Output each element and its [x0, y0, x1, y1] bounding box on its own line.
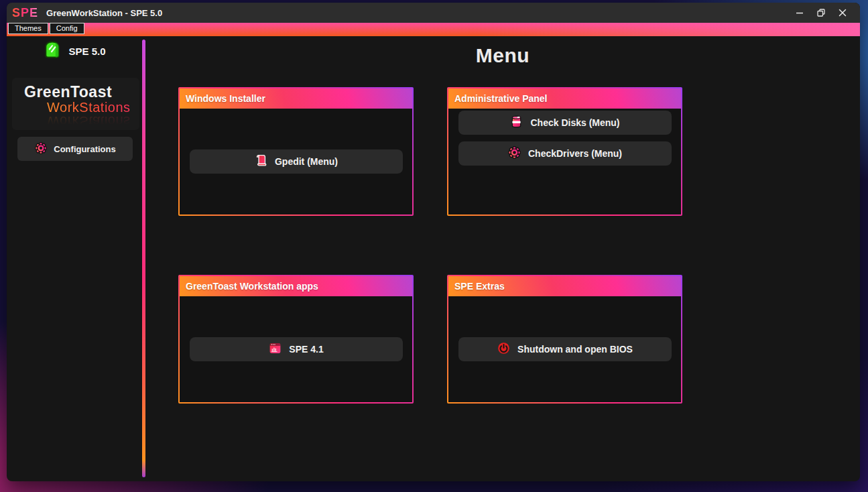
panel-administrative: Administrative Panel — [447, 87, 682, 216]
main-area: Menu Windows Installer — [145, 36, 860, 481]
app-badge-label: SPE 5.0 — [68, 46, 105, 57]
close-button[interactable] — [832, 3, 853, 22]
restore-icon — [816, 8, 826, 17]
brand-reflection: WorkStations — [47, 113, 139, 129]
button-label: CheckDrivers (Menu) — [528, 148, 622, 159]
close-icon — [838, 8, 847, 17]
panel-windows-installer: Windows Installer — [178, 87, 414, 216]
gear-icon — [34, 141, 48, 157]
content: SPE 5.0 GreenToast WorkStations WorkStat… — [7, 36, 860, 481]
panel-greentoast-apps: GreenToast Workstation apps — [178, 275, 414, 404]
check-drivers-button[interactable]: CheckDrivers (Menu) — [458, 141, 672, 166]
app-badge: SPE 5.0 — [7, 40, 142, 62]
panel-title: Windows Installer — [180, 88, 412, 109]
sidebar: SPE 5.0 GreenToast WorkStations WorkStat… — [7, 36, 142, 481]
gear-icon — [507, 145, 521, 162]
panel-spe-extras: SPE Extras Shutdown and open BIOS — [447, 275, 682, 404]
menubar: Themes Config — [7, 23, 860, 36]
scroll-icon — [254, 153, 268, 170]
button-label: Gpedit (Menu) — [275, 156, 338, 167]
window-controls — [789, 3, 860, 22]
brand-logo: GreenToast WorkStations WorkStations — [12, 78, 139, 130]
shutdown-bios-button[interactable]: Shutdown and open BIOS — [458, 337, 672, 361]
window-title: GreenWorkStation - SPE 5.0 — [46, 8, 162, 18]
panel-title: SPE Extras — [448, 276, 681, 296]
app-window: SPE GreenWorkStation - SPE 5.0 — [7, 3, 860, 481]
check-disks-button[interactable]: Check Disks (Menu) — [458, 111, 672, 135]
panel-title: Administrative Panel — [448, 88, 681, 109]
button-label: Shutdown and open BIOS — [517, 344, 633, 355]
brand-line1: GreenToast — [12, 83, 139, 101]
panel-grid: Windows Installer — [178, 87, 682, 404]
panel-title: GreenToast Workstation apps — [180, 276, 412, 296]
tab-themes[interactable]: Themes — [8, 23, 48, 34]
configurations-button[interactable]: Configurations — [17, 137, 133, 161]
tab-config[interactable]: Config — [50, 23, 84, 34]
configurations-label: Configurations — [54, 144, 115, 154]
spe-41-button[interactable]: SPE 4.1 — [190, 337, 403, 361]
minimize-icon — [795, 8, 804, 17]
app-window-icon — [268, 341, 282, 357]
button-label: SPE 4.1 — [289, 344, 323, 355]
page-title: Menu — [145, 44, 860, 67]
restore-button[interactable] — [810, 3, 832, 22]
spe-logo: SPE — [12, 6, 38, 20]
titlebar: SPE GreenWorkStation - SPE 5.0 — [7, 3, 860, 23]
minimize-button[interactable] — [789, 3, 810, 22]
disk-icon — [509, 115, 523, 131]
power-icon — [497, 341, 511, 357]
toast-icon — [43, 40, 62, 62]
button-label: Check Disks (Menu) — [530, 117, 619, 128]
gpedit-menu-button[interactable]: Gpedit (Menu) — [190, 149, 403, 174]
